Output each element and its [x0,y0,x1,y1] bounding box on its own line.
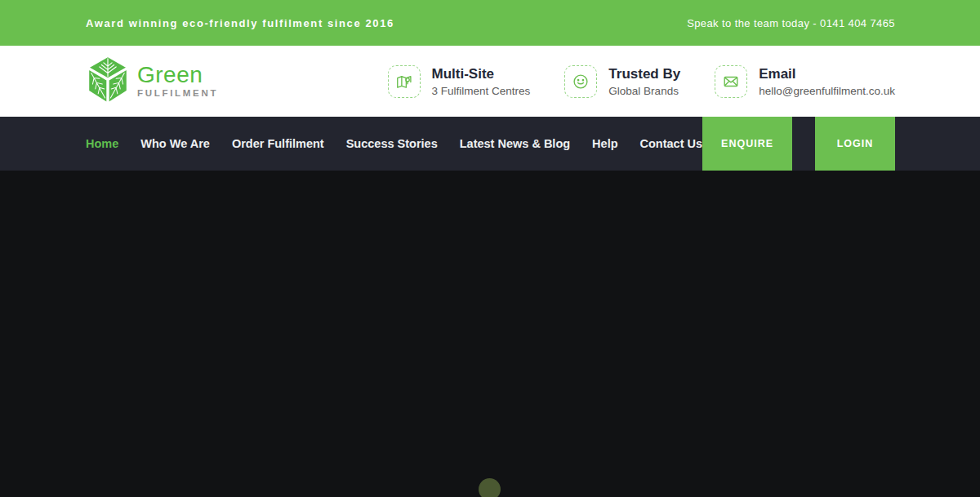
main-navbar: Home Who We Are Order Fulfilment Success… [0,117,980,171]
feature-trusted-by: Trusted By Global Brands [564,65,680,98]
logo-link[interactable]: Green FULFILMENT [86,54,218,109]
email-address-link[interactable]: hello@greenfulfilment.co.uk [759,85,895,97]
phone-cta-link[interactable]: Speak to the team today - 0141 404 7465 [687,17,895,29]
hero-slider-area [0,171,980,497]
nav-item-contact-us[interactable]: Contact Us [640,137,703,150]
envelope-icon [715,65,747,98]
nav-item-who-we-are[interactable]: Who We Are [140,137,210,150]
feature-title: Multi-Site [432,65,531,82]
feature-multi-site: Multi-Site 3 Fulfilment Centres [388,65,531,98]
nav-item-home[interactable]: Home [86,137,118,150]
nav-item-help[interactable]: Help [592,137,617,150]
nav-item-latest-news-blog[interactable]: Latest News & Blog [460,137,570,150]
nav-item-order-fulfilment[interactable]: Order Fulfilment [232,137,324,150]
logo-brand-text: Green [137,64,218,87]
nav-item-success-stories[interactable]: Success Stories [346,137,438,150]
leaf-cube-logo-icon [86,54,130,109]
header-feature-list: Multi-Site 3 Fulfilment Centres Trusted … [388,65,895,98]
enquire-button[interactable]: ENQUIRE [702,117,792,171]
feature-title: Email [759,65,895,82]
login-button[interactable]: LOGIN [815,117,895,171]
feature-title: Trusted By [608,65,680,82]
slider-nav-dot[interactable] [479,478,501,497]
feature-subtitle: Global Brands [608,85,680,97]
logo-wordmark: Green FULFILMENT [137,64,218,99]
smiley-icon [564,65,597,98]
nav-links: Home Who We Are Order Fulfilment Success… [86,117,702,171]
site-header: Green FULFILMENT Multi-Site 3 Fulfilment… [0,46,980,117]
announcement-bar: Award winning eco-friendly fulfilment si… [0,0,980,46]
map-location-icon [388,65,421,98]
feature-subtitle: 3 Fulfilment Centres [432,85,531,97]
announcement-text: Award winning eco-friendly fulfilment si… [86,17,394,29]
logo-sub-text: FULFILMENT [137,89,218,99]
feature-email: Email hello@greenfulfilment.co.uk [715,65,895,98]
